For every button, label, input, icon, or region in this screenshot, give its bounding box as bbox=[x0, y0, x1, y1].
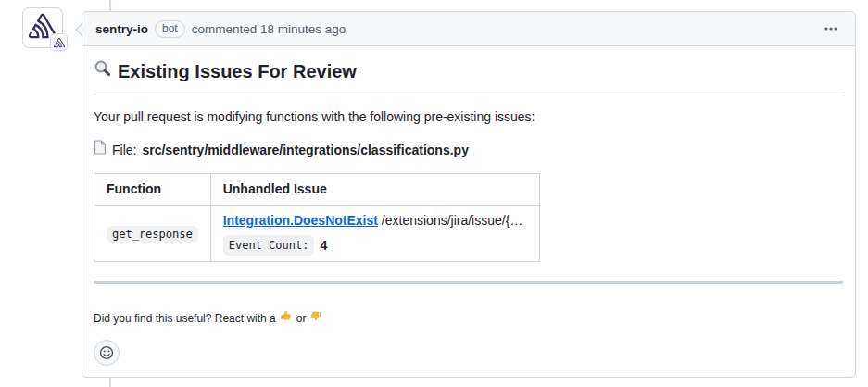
section-heading-text: Existing Issues For Review bbox=[118, 57, 357, 85]
event-count-line: Event Count: 4 bbox=[223, 235, 527, 256]
comment-options-button[interactable] bbox=[820, 18, 842, 40]
function-code: get_response bbox=[107, 226, 198, 243]
function-cell: get_response bbox=[94, 206, 211, 262]
comment-header: sentry-io bot commented 18 minutes ago bbox=[82, 12, 855, 46]
bot-badge: bot bbox=[155, 20, 185, 38]
event-count-value: 4 bbox=[320, 236, 327, 256]
author-name[interactable]: sentry-io bbox=[95, 22, 148, 36]
table-header-row: Function Unhandled Issue bbox=[94, 174, 540, 206]
issue-cell: Integration.DoesNotExist /extensions/jir… bbox=[210, 206, 539, 262]
thumbs-down-icon bbox=[309, 309, 322, 327]
comment-timestamp[interactable]: commented 18 minutes ago bbox=[192, 22, 346, 36]
horizontal-rule bbox=[94, 281, 843, 284]
avatar-bot-badge bbox=[50, 33, 68, 51]
add-reaction-button[interactable] bbox=[94, 340, 120, 366]
issue-link[interactable]: Integration.DoesNotExist bbox=[223, 213, 378, 228]
section-heading: Existing Issues For Review bbox=[94, 57, 843, 94]
issue-path-suffix: /extensions/jira/issue/{… bbox=[382, 213, 523, 228]
event-count-label: Event Count: bbox=[223, 235, 315, 256]
thumbs-up-icon bbox=[280, 309, 293, 327]
issues-table: Function Unhandled Issue get_response In… bbox=[94, 173, 540, 262]
kebab-horizontal-icon bbox=[824, 21, 838, 36]
intro-text: Your pull request is modifying functions… bbox=[94, 107, 843, 127]
magnifying-glass-icon bbox=[94, 57, 112, 85]
table-row: get_response Integration.DoesNotExist /e… bbox=[94, 206, 540, 262]
comment-body: Existing Issues For Review Your pull req… bbox=[82, 46, 855, 377]
issue-title-line: Integration.DoesNotExist /extensions/jir… bbox=[223, 211, 527, 231]
footer-prompt-middle: or bbox=[296, 310, 307, 327]
file-label: File: bbox=[112, 141, 136, 160]
footer-prompt: Did you find this useful? React with a o… bbox=[94, 309, 843, 327]
page-icon bbox=[94, 140, 107, 160]
sentry-logo-mini-icon bbox=[54, 37, 65, 48]
footer-prompt-before: Did you find this useful? React with a bbox=[94, 310, 276, 327]
column-header-unhandled-issue: Unhandled Issue bbox=[210, 174, 539, 206]
avatar[interactable] bbox=[22, 7, 63, 48]
comment-card: sentry-io bot commented 18 minutes ago E… bbox=[82, 11, 856, 378]
column-header-function: Function bbox=[94, 174, 211, 206]
file-path: src/sentry/middleware/integrations/class… bbox=[142, 141, 468, 160]
smiley-icon bbox=[99, 345, 114, 360]
file-line: File: src/sentry/middleware/integrations… bbox=[94, 140, 843, 160]
